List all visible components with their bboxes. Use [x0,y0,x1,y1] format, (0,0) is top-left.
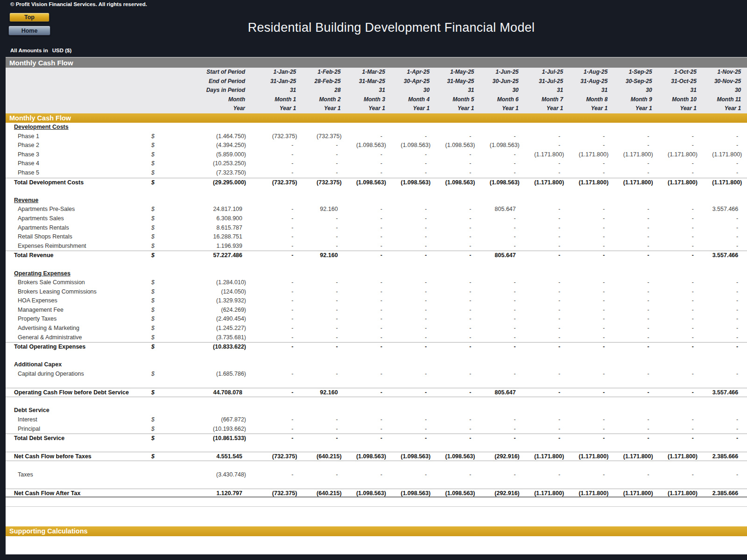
cell-month-5[interactable]: - [431,251,475,260]
period-start-month-2[interactable]: 1-Feb-25 [297,68,342,77]
cell-month-6[interactable]: - [475,168,520,178]
period-month-month-3[interactable]: Month 3 [342,95,387,105]
cell-month-3[interactable]: (1.098.563) [342,452,387,462]
cell-month-9[interactable]: - [609,306,653,315]
cell-month-5[interactable]: - [431,205,475,214]
cell-month-7[interactable]: (1.171.800) [520,178,564,188]
row-label[interactable]: Apartments Rentals [6,224,148,233]
cell-annual[interactable] [160,406,247,415]
row-label[interactable]: Phase 4 [6,159,148,168]
period-year-month-7[interactable]: Year 1 [520,104,564,113]
cell-annual[interactable]: 57.227.486 [160,251,247,260]
cell-month-5[interactable]: - [431,343,475,352]
cell-month-2[interactable]: - [297,232,342,242]
dollar-sign-cell[interactable]: $ [148,242,160,251]
cell-month-5[interactable]: - [431,388,475,398]
cell-month-7[interactable]: - [520,315,564,324]
cell-month-2[interactable]: - [297,242,342,251]
cell-month-11[interactable]: 3.557.466 [698,251,742,260]
cell-month-8[interactable]: - [564,296,609,306]
cell-month-3[interactable]: - [342,470,387,480]
cell-month-10[interactable]: - [654,415,698,425]
cell-month-11[interactable]: - [698,333,742,343]
cell-month-1[interactable]: (732.375) [253,489,297,498]
cell-month-7[interactable]: - [520,141,564,150]
cell-month-1[interactable]: - [253,315,297,324]
cell-month-6[interactable]: - [475,242,520,251]
cell-month-8[interactable]: - [564,425,609,434]
cell-month-2[interactable]: - [297,370,342,379]
cell-month-3[interactable]: - [342,425,387,434]
cell-month-8[interactable]: - [564,370,609,379]
cell-month-6[interactable]: - [475,306,520,315]
row-label[interactable]: Capital during Operations [6,370,148,379]
period-year-month-2[interactable]: Year 1 [297,104,342,113]
cell-month-7[interactable]: - [520,287,564,297]
cell-month-7[interactable]: - [520,159,564,168]
cell-month-9[interactable]: - [609,470,653,480]
period-month-month-4[interactable]: Month 4 [387,95,431,105]
cell-month-7[interactable]: - [520,224,564,233]
cell-month-6[interactable]: - [475,159,520,168]
cell-month-9[interactable]: - [609,224,653,233]
cell-month-7[interactable]: - [520,434,564,443]
cell-month-6[interactable]: - [475,324,520,333]
cell-month-10[interactable]: - [654,242,698,251]
period-start-month-6[interactable]: 1-Jun-25 [475,68,520,77]
cell-month-6[interactable]: 805.647 [475,205,520,214]
cell-month-1[interactable]: - [253,141,297,150]
cell-annual[interactable]: (7.323.750) [160,168,247,178]
cell-month-7[interactable]: - [520,333,564,343]
cell-month-5[interactable]: - [431,168,475,178]
cell-month-4[interactable]: - [387,242,431,251]
cell-month-4[interactable]: - [387,132,431,141]
period-month-month-1[interactable]: Month 1 [253,95,297,105]
cell-annual[interactable]: (5.859.000) [160,150,247,160]
period-year-month-1[interactable]: Year 1 [253,104,297,113]
cell-month-3[interactable]: - [342,343,387,352]
cell-month-2[interactable]: - [297,343,342,352]
cell-month-2[interactable]: - [297,306,342,315]
cell-month-4[interactable]: - [387,214,431,224]
period-end-month-3[interactable]: 31-Mar-25 [342,77,387,86]
cell-month-6[interactable]: - [475,434,520,443]
row-label[interactable]: Phase 2 [6,141,148,150]
cell-month-7[interactable]: - [520,306,564,315]
cell-month-10[interactable]: (1.171.800) [654,452,698,462]
cell-month-4[interactable]: - [387,287,431,297]
cell-month-2[interactable]: - [297,333,342,343]
cell-month-7[interactable]: - [520,470,564,480]
cell-month-6[interactable]: (292.916) [475,452,520,462]
cell-month-8[interactable]: - [564,470,609,480]
cell-month-1[interactable]: - [253,388,297,398]
cell-month-5[interactable]: - [431,370,475,379]
cell-annual[interactable]: (29.295.000) [160,178,247,188]
cell-month-5[interactable]: - [431,296,475,306]
period-month-month-6[interactable]: Month 6 [475,95,520,105]
cell-month-11[interactable]: - [698,470,742,480]
cell-month-11[interactable]: - [698,168,742,178]
cell-month-9[interactable]: - [609,425,653,434]
dollar-sign-cell[interactable]: $ [148,287,160,297]
period-end-month-7[interactable]: 31-Jul-25 [520,77,564,86]
cell-month-5[interactable]: - [431,232,475,242]
cell-month-2[interactable]: - [297,159,342,168]
cell-annual[interactable]: 16.288.751 [160,232,247,242]
cell-annual[interactable]: (667.872) [160,415,247,425]
cell-month-6[interactable]: (1.098.563) [475,178,520,188]
row-label[interactable]: Development Costs [6,123,148,132]
cell-month-9[interactable]: (1.171.800) [609,489,653,498]
period-end-month-8[interactable]: 31-Aug-25 [564,77,609,86]
cell-annual[interactable]: (10.861.533) [160,434,247,443]
cell-month-2[interactable]: (732.375) [297,178,342,188]
dollar-sign-cell[interactable]: $ [148,434,160,443]
cell-month-6[interactable]: - [475,287,520,297]
row-label[interactable]: Taxes [6,470,148,480]
cell-annual[interactable]: 44.708.078 [160,388,247,398]
cell-month-5[interactable]: - [431,470,475,480]
period-month-month-5[interactable]: Month 5 [431,95,475,105]
cell-month-6[interactable]: (292.916) [475,489,520,498]
cell-annual[interactable]: 1.196.939 [160,242,247,251]
row-label[interactable]: Net Cash Flow After Tax [6,489,148,498]
cell-month-5[interactable]: - [431,224,475,233]
